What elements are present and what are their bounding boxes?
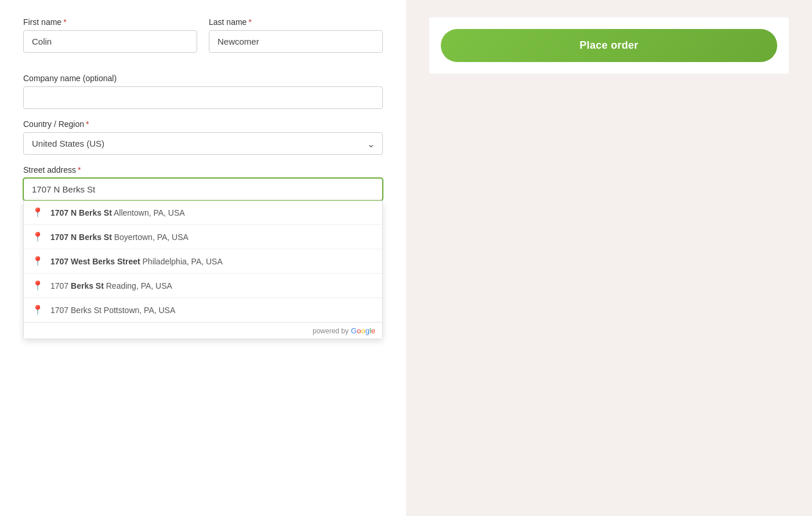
company-name-input[interactable]	[23, 86, 383, 109]
pin-icon-2: 📍	[32, 231, 44, 242]
autocomplete-item-5[interactable]: 📍 1707 Berks St Pottstown, PA, USA	[24, 298, 382, 322]
pin-icon-3: 📍	[32, 256, 44, 267]
autocomplete-item-1[interactable]: 📍 1707 N Berks St Allentown, PA, USA	[24, 201, 382, 225]
country-required: *	[86, 119, 89, 129]
first-name-label: First name*	[23, 17, 197, 27]
street-required: *	[78, 165, 81, 175]
last-name-required: *	[248, 17, 251, 27]
order-sidebar: Place order	[406, 0, 812, 516]
autocomplete-dropdown: 📍 1707 N Berks St Allentown, PA, USA 📍 1…	[23, 201, 383, 339]
street-field-wrapper: 📍 1707 N Berks St Allentown, PA, USA 📍 1…	[23, 178, 383, 201]
first-name-required: *	[63, 17, 66, 27]
google-logo: Google	[351, 326, 375, 335]
last-name-input[interactable]	[209, 30, 383, 53]
pin-icon-5: 📍	[32, 304, 44, 315]
last-name-label: Last name*	[209, 17, 383, 27]
autocomplete-item-2[interactable]: 📍 1707 N Berks St Boyertown, PA, USA	[24, 225, 382, 249]
name-row: First name* Last name*	[23, 17, 383, 63]
place-order-button[interactable]: Place order	[441, 29, 777, 62]
powered-by-google: powered by Google	[24, 322, 382, 339]
page-layout: First name* Last name* Company name (opt…	[0, 0, 812, 516]
first-name-group: First name*	[23, 17, 197, 53]
autocomplete-item-3[interactable]: 📍 1707 West Berks Street Philadelphia, P…	[24, 249, 382, 274]
street-address-label: Street address*	[23, 165, 383, 175]
street-address-input[interactable]	[23, 178, 383, 201]
country-label: Country / Region*	[23, 119, 383, 129]
place-order-container: Place order	[429, 17, 789, 74]
last-name-group: Last name*	[209, 17, 383, 53]
street-address-group: Street address* 📍 1707 N Berks St Allent…	[23, 165, 383, 201]
powered-by-label: powered by	[313, 327, 349, 335]
country-select-wrapper: United States (US) Canada United Kingdom…	[23, 132, 383, 155]
company-name-label: Company name (optional)	[23, 74, 383, 83]
pin-icon-4: 📍	[32, 280, 44, 291]
country-select[interactable]: United States (US) Canada United Kingdom…	[23, 132, 383, 155]
company-name-group: Company name (optional)	[23, 74, 383, 109]
checkout-form: First name* Last name* Company name (opt…	[0, 0, 406, 516]
pin-icon-1: 📍	[32, 207, 44, 218]
autocomplete-item-4[interactable]: 📍 1707 Berks St Reading, PA, USA	[24, 274, 382, 298]
country-group: Country / Region* United States (US) Can…	[23, 119, 383, 155]
first-name-input[interactable]	[23, 30, 197, 53]
